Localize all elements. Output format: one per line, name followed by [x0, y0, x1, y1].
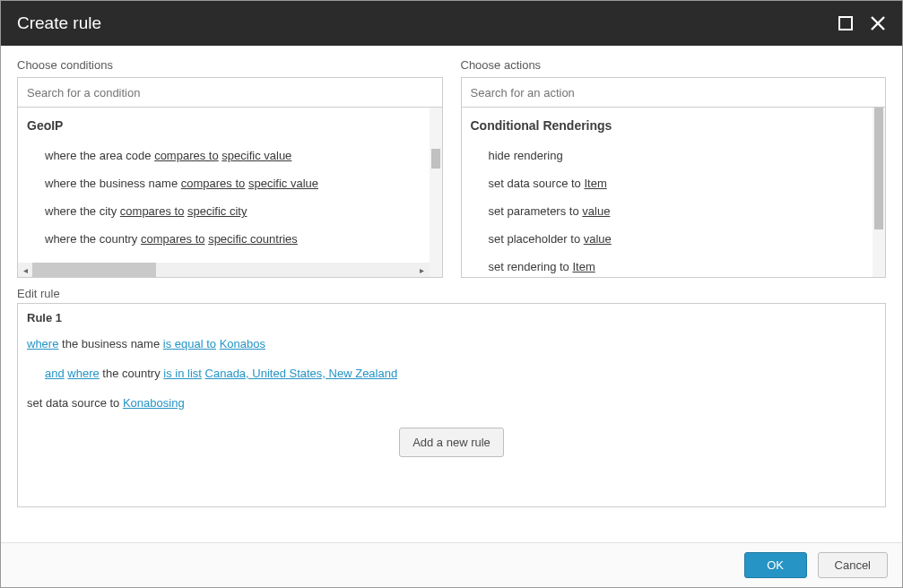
condition-link[interactable]: specific value: [221, 149, 291, 162]
value-token[interactable]: Canada, United States, New Zealand: [205, 367, 398, 380]
condition-link[interactable]: compares to: [141, 232, 205, 246]
action-text: set data source to: [489, 177, 585, 190]
action-text: set placeholder to: [489, 232, 584, 246]
actions-listbox[interactable]: Conditional Renderings hide rendering se…: [461, 108, 887, 278]
action-item[interactable]: hide rendering: [462, 142, 886, 169]
condition-link[interactable]: compares to: [120, 204, 185, 218]
rule-condition-line: and where the country is in list Canada,…: [45, 367, 876, 380]
titlebar: Create rule: [1, 1, 902, 46]
cancel-button[interactable]: Cancel: [818, 552, 888, 578]
action-item[interactable]: set rendering to Item: [462, 253, 886, 277]
actions-list-inner: Conditional Renderings hide rendering se…: [462, 108, 886, 277]
condition-item[interactable]: where the area code compares to specific…: [18, 142, 442, 169]
rule-text: the business name: [58, 337, 162, 350]
actions-label: Choose actions: [461, 58, 887, 72]
where-token[interactable]: where: [67, 367, 99, 380]
edit-rule-label: Edit rule: [17, 287, 886, 300]
scroll-right-icon[interactable]: ▸: [415, 263, 430, 277]
actions-group-header: Conditional Renderings: [462, 113, 886, 142]
value-token[interactable]: Konabos: [220, 337, 265, 350]
where-token[interactable]: where: [27, 337, 58, 350]
condition-item[interactable]: where the country compares to specific c…: [18, 225, 442, 253]
rule-title: Rule 1: [27, 311, 876, 324]
columns: Choose conditions GeoIP where the area c…: [17, 58, 886, 278]
actions-column: Choose actions Conditional Renderings hi…: [461, 58, 887, 278]
operator-token[interactable]: is in list: [163, 367, 202, 380]
condition-link[interactable]: specific countries: [208, 232, 298, 246]
and-token[interactable]: and: [45, 367, 65, 380]
condition-item[interactable]: where the city compares to specific city: [18, 197, 442, 225]
vertical-scrollbar[interactable]: [430, 108, 442, 277]
vertical-scrollbar[interactable]: [873, 108, 885, 277]
condition-text: where the country: [45, 232, 141, 246]
dialog-title: Create rule: [17, 13, 101, 33]
svg-rect-0: [839, 17, 852, 30]
close-icon[interactable]: [870, 15, 886, 31]
condition-search-input[interactable]: [17, 77, 443, 108]
action-text: hide rendering: [489, 149, 563, 162]
create-rule-dialog: Create rule Choose conditions GeoIP wher: [0, 0, 903, 588]
dialog-body: Choose conditions GeoIP where the area c…: [1, 46, 902, 542]
condition-link[interactable]: specific city: [187, 204, 247, 218]
rule-condition-line: where the business name is equal to Kona…: [27, 337, 876, 350]
action-search-input[interactable]: [461, 77, 887, 108]
conditions-label: Choose conditions: [17, 58, 443, 72]
condition-link[interactable]: compares to: [154, 149, 219, 162]
action-link[interactable]: Item: [572, 260, 595, 273]
scroll-left-icon[interactable]: ◂: [18, 263, 32, 277]
action-item[interactable]: set placeholder to value: [462, 225, 886, 253]
add-rule-row: Add a new rule: [27, 428, 876, 457]
edit-rule-box: Rule 1 where the business name is equal …: [17, 303, 886, 507]
condition-link[interactable]: compares to: [181, 177, 246, 190]
window-controls: [838, 15, 886, 31]
action-item[interactable]: set data source to Item: [462, 169, 886, 197]
add-rule-button[interactable]: Add a new rule: [399, 428, 504, 457]
conditions-listbox[interactable]: GeoIP where the area code compares to sp…: [17, 108, 443, 278]
scroll-thumb[interactable]: [874, 108, 883, 229]
horizontal-scrollbar[interactable]: ◂ ▸: [18, 263, 430, 277]
conditions-column: Choose conditions GeoIP where the area c…: [17, 58, 443, 278]
action-item[interactable]: set parameters to value: [462, 197, 886, 225]
action-link[interactable]: value: [582, 204, 610, 218]
dialog-footer: OK Cancel: [1, 542, 902, 587]
condition-text: where the business name: [45, 177, 181, 190]
rule-text: set data source to: [27, 396, 123, 410]
scroll-thumb[interactable]: [32, 263, 156, 277]
action-text: set parameters to: [489, 204, 583, 218]
conditions-group-header: GeoIP: [18, 113, 442, 142]
condition-text: where the city: [45, 204, 120, 218]
maximize-icon[interactable]: [838, 15, 854, 31]
condition-item[interactable]: where the business name compares to spec…: [18, 169, 442, 197]
condition-text: where the area code: [45, 149, 154, 162]
rule-action-line: set data source to Konabosing: [27, 396, 876, 410]
scroll-thumb[interactable]: [431, 149, 440, 169]
condition-link[interactable]: specific value: [248, 177, 318, 190]
conditions-list-inner: GeoIP where the area code compares to sp…: [18, 108, 442, 277]
value-token[interactable]: Konabosing: [123, 396, 185, 410]
rule-text: the country: [100, 367, 164, 380]
action-link[interactable]: value: [584, 232, 612, 246]
ok-button[interactable]: OK: [744, 552, 807, 578]
action-link[interactable]: Item: [584, 177, 606, 190]
operator-token[interactable]: is equal to: [163, 337, 216, 350]
action-text: set rendering to: [489, 260, 573, 273]
